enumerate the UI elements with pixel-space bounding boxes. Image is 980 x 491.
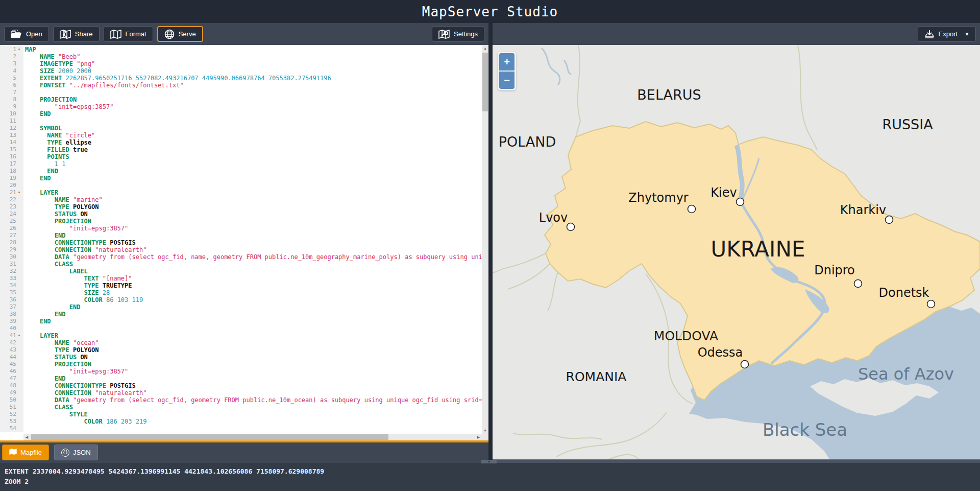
code-line[interactable]: 27 END (0, 232, 482, 239)
code-line[interactable]: 17 1 1 (0, 160, 482, 168)
code-line[interactable]: 43 TYPE POLYGON (0, 346, 482, 354)
line-number: 30 (0, 253, 18, 261)
mapfile-editor[interactable]: 1▾MAP2 NAME "Beeb"3 IMAGETYPE "png"4 SIZ… (0, 45, 488, 440)
country-label: RUSSIA (882, 116, 933, 132)
code-line[interactable]: 14 TYPE ellipse (0, 139, 482, 146)
code-line[interactable]: 26 "init=epsg:3857" (0, 225, 482, 232)
code-line[interactable]: 49 CONNECTION "naturalearth" (0, 389, 482, 396)
share-button[interactable]: Share (53, 26, 100, 42)
editor-vertical-scrollbar[interactable]: ▲ ▼ (482, 45, 488, 434)
code-line[interactable]: 31 CLASS (0, 261, 482, 268)
country-label: MOLDOVA (654, 329, 718, 343)
code-line[interactable]: 7 (0, 89, 482, 96)
code-line[interactable]: 50 DATA "geometry from (select ogc_fid, … (0, 396, 482, 404)
code-line[interactable]: 44 STATUS ON (0, 354, 482, 361)
code-line[interactable]: 6 FONTSET "../mapfiles/fonts/fontset.txt… (0, 82, 482, 89)
collapse-console-icon[interactable]: ▼ (481, 460, 497, 463)
code-line[interactable]: 16 POINTS (0, 153, 482, 160)
basemap-svg: BELARUSPOLANDRUSSIAUKRAINEMOLDOVAROMANIA… (493, 45, 980, 459)
code-line[interactable]: 1▾MAP (0, 46, 482, 53)
fold-arrow-icon[interactable]: ▾ (18, 46, 23, 53)
tab-json[interactable]: {} JSON (54, 445, 98, 460)
code-line[interactable]: 22 NAME "marine" (0, 196, 482, 203)
code-line[interactable]: 2 NAME "Beeb" (0, 53, 482, 60)
code-line[interactable]: 37 END (0, 303, 482, 311)
code-line[interactable]: 19 END (0, 175, 482, 182)
horizontal-scroll-thumb[interactable] (31, 434, 388, 440)
line-number: 6 (0, 82, 18, 89)
code-line[interactable]: 21▾ LAYER (0, 189, 482, 196)
code-line[interactable]: 48 CONNECTIONTYPE POSTGIS (0, 382, 482, 389)
code-line[interactable]: 18 END (0, 168, 482, 175)
code-line[interactable]: 20 (0, 182, 482, 189)
code-line[interactable]: 8 PROJECTION (0, 96, 482, 103)
code-line[interactable]: 47 END (0, 375, 482, 382)
code-line[interactable]: 30 DATA "geometry from (select ogc_fid, … (0, 253, 482, 261)
code-line[interactable]: 32 LABEL (0, 268, 482, 275)
line-number: 37 (0, 303, 18, 311)
globe-icon (164, 29, 175, 39)
status-zoom: ZOOM 2 (5, 477, 980, 487)
fold-arrow-icon[interactable]: ▾ (18, 332, 23, 339)
map-toolbar: Export ▼ (493, 23, 980, 45)
settings-button[interactable]: Settings (432, 26, 484, 42)
editor-toolbar: Open Share Format Serve Settings (0, 23, 488, 45)
line-number: 18 (0, 168, 18, 175)
scroll-up-icon[interactable]: ▲ (483, 45, 487, 52)
code-line[interactable]: 38 END (0, 311, 482, 318)
code-line[interactable]: 25 PROJECTION (0, 218, 482, 225)
code-line[interactable]: 45 PROJECTION (0, 361, 482, 368)
export-button[interactable]: Export ▼ (918, 26, 976, 42)
code-line[interactable]: 54 (0, 425, 482, 432)
code-line[interactable]: 3 IMAGETYPE "png" (0, 60, 482, 67)
city-marker (688, 205, 696, 213)
code-line[interactable]: 11 (0, 118, 482, 125)
open-button[interactable]: Open (4, 26, 49, 42)
bottom-panel-splitter[interactable]: ▼ (493, 459, 980, 463)
code-line[interactable]: 53 COLOR 186 203 219 (0, 418, 482, 425)
code-line[interactable]: 12 SYMBOL (0, 125, 482, 132)
code-line[interactable]: 23 TYPE POLYGON (0, 203, 482, 211)
code-line[interactable]: 35 SIZE 28 (0, 289, 482, 296)
code-line[interactable]: 42 NAME "ocean" (0, 339, 482, 346)
line-number: 19 (0, 175, 18, 182)
code-line[interactable]: 4 SIZE 2000 2000 (0, 67, 482, 75)
code-line[interactable]: 46 "init=epsg:3857" (0, 368, 482, 375)
map-viewport[interactable]: BELARUSPOLANDRUSSIAUKRAINEMOLDOVAROMANIA… (493, 45, 980, 459)
format-button[interactable]: Format (104, 26, 153, 42)
code-line[interactable]: 33 TEXT "[name]" (0, 275, 482, 282)
code-line[interactable]: 39 END (0, 318, 482, 325)
city-label: Kharkiv (840, 203, 886, 217)
tab-mapfile[interactable]: Mapfile (2, 445, 49, 460)
code-line[interactable]: 29 CONNECTION "naturalearth" (0, 246, 482, 253)
scroll-down-icon[interactable]: ▼ (483, 427, 487, 434)
editor-horizontal-scrollbar[interactable]: ◀ ▶ (23, 434, 482, 440)
code-line[interactable]: 15 FILLED true (0, 146, 482, 153)
code-line[interactable]: 51 CLASS (0, 404, 482, 411)
settings-button-label: Settings (454, 30, 478, 38)
zoom-in-button[interactable]: + (499, 53, 514, 71)
line-number: 38 (0, 311, 18, 318)
code-line[interactable]: 5 EXTENT 2262857.9650251716 5527082.4932… (0, 75, 482, 82)
vertical-scroll-thumb[interactable] (482, 53, 488, 111)
code-lines[interactable]: 1▾MAP2 NAME "Beeb"3 IMAGETYPE "png"4 SIZ… (0, 45, 482, 434)
code-line[interactable]: 52 STYLE (0, 411, 482, 418)
serve-button[interactable]: Serve (157, 26, 203, 42)
fold-arrow-icon[interactable]: ▾ (18, 189, 23, 196)
code-line[interactable]: 24 STATUS ON (0, 211, 482, 218)
scroll-left-icon[interactable]: ◀ (23, 435, 30, 439)
code-line[interactable]: 41▾ LAYER (0, 332, 482, 339)
code-line[interactable]: 36 COLOR 86 103 119 (0, 296, 482, 303)
panel-splitter-vertical[interactable] (488, 23, 493, 463)
scroll-right-icon[interactable]: ▶ (475, 435, 482, 439)
code-line[interactable]: 10 END (0, 110, 482, 118)
code-line[interactable]: 40 (0, 325, 482, 332)
code-line[interactable]: 9 "init=epsg:3857" (0, 103, 482, 110)
chevron-down-icon[interactable]: ▼ (965, 32, 969, 37)
zoom-out-button[interactable]: − (499, 72, 514, 89)
code-line[interactable]: 34 TYPE TRUETYPE (0, 282, 482, 289)
line-number: 46 (0, 368, 18, 375)
code-line[interactable]: 28 CONNECTIONTYPE POSTGIS (0, 239, 482, 246)
line-number: 22 (0, 196, 18, 203)
code-line[interactable]: 13 NAME "circle" (0, 132, 482, 139)
